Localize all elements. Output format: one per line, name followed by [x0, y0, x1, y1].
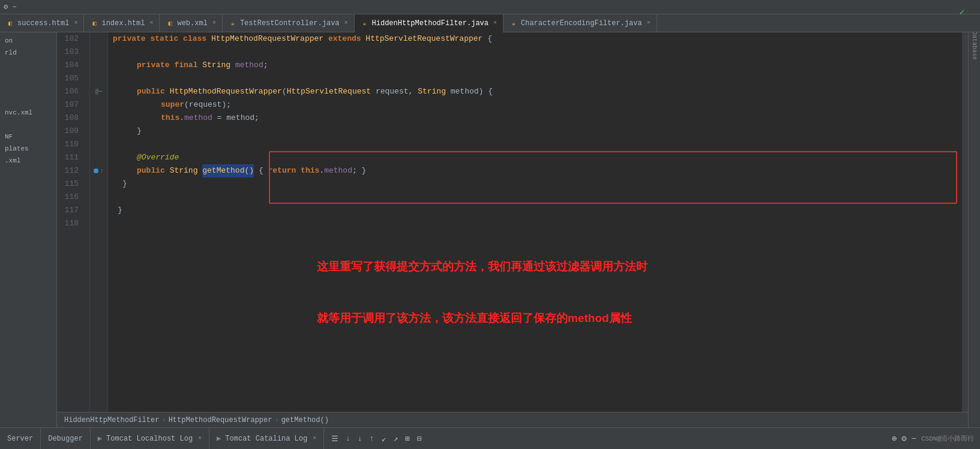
- html-file-icon: ◧: [90, 19, 98, 28]
- breadcrumb-part2[interactable]: HttpMethodRequestWrapper: [169, 416, 272, 424]
- code-line-111: @Override: [113, 151, 962, 164]
- bottom-icons-group: ☰ ↓ ↓ ↑ ↙ ↗ ⊞ ⊟: [329, 433, 424, 445]
- breadcrumb-part1[interactable]: HiddenHttpMethodFilter: [64, 416, 159, 424]
- code-line-117: }: [113, 204, 962, 217]
- list-icon[interactable]: ☰: [329, 433, 341, 445]
- download-icon[interactable]: ↓: [355, 433, 365, 444]
- code-line-109: }: [113, 125, 962, 138]
- tab-success[interactable]: ◧ success.html ×: [0, 14, 84, 32]
- code-line-104: private final String method;: [113, 59, 962, 72]
- annotation-line1: 这里重写了获得提交方式的方法，我们再通过该过滤器调用方法时: [317, 258, 648, 276]
- code-line-103: [113, 46, 962, 59]
- tomcat-catalina-icon: ▶: [217, 434, 221, 443]
- java-file-icon: ☕: [361, 19, 369, 28]
- bottom-tab-server[interactable]: Server: [0, 428, 41, 450]
- earth-icon: ⊕: [892, 433, 897, 444]
- tab-hiddenhttpfilter[interactable]: ☕ HiddenHttpMethodFilter.java ×: [355, 14, 504, 32]
- tab-close-icon[interactable]: ×: [149, 20, 153, 26]
- line-numbers: 102 103 104 105 106 107 108 109 110 111 …: [57, 32, 90, 412]
- tab-close-icon[interactable]: ×: [493, 20, 497, 26]
- code-line-102: private static class HttpMethodRequestWr…: [113, 32, 962, 46]
- sidebar-item-rld[interactable]: rld: [0, 47, 56, 59]
- code-line-118: 这里重写了获得提交方式的方法，我们再通过该过滤器调用方法时 就等用于调用了该方法…: [113, 224, 962, 361]
- code-line-106: public HttpMethodRequestWrapper(HttpServ…: [113, 85, 962, 98]
- right-panel: Database: [968, 32, 980, 427]
- minimize-icon-bottom[interactable]: −: [912, 434, 916, 444]
- tab-close-icon[interactable]: ×: [74, 20, 77, 26]
- tab-label: success.html: [17, 19, 69, 28]
- code-lines[interactable]: private static class HttpMethodRequestWr…: [108, 32, 962, 412]
- code-line-116: [113, 191, 962, 204]
- check-icon: ✓: [959, 6, 965, 18]
- right-panel-database[interactable]: Database: [970, 41, 979, 50]
- code-container[interactable]: 102 103 104 105 106 107 108 109 110 111 …: [57, 32, 968, 412]
- tab-close-icon[interactable]: ×: [344, 20, 348, 26]
- bottom-right-area: ⊕ ⚙ − CSDN@沿小路而行: [892, 433, 980, 444]
- sidebar: on rld nvc.xml NF plates .xml: [0, 32, 57, 427]
- tomcatcatalina-label: Tomcat Catalina Log: [225, 435, 307, 443]
- tab-index[interactable]: ◧ index.html ×: [84, 14, 160, 32]
- html-file-icon: ◧: [6, 19, 14, 28]
- arrow-up-icon: ↑: [100, 168, 103, 174]
- scrollbar[interactable]: [962, 32, 968, 412]
- code-line-112: public String getMethod() { return this.…: [113, 164, 962, 177]
- left-icon[interactable]: ↙: [379, 433, 389, 445]
- tab-close-icon[interactable]: ×: [647, 20, 651, 26]
- csdn-text: CSDN@沿小路而行: [921, 434, 974, 443]
- fold-icon[interactable]: −: [99, 89, 103, 95]
- minimize-icon[interactable]: −: [11, 2, 17, 13]
- tab-testrest[interactable]: ☕ TestRestController.java ×: [223, 14, 355, 32]
- sidebar-item-nvcxml[interactable]: nvc.xml: [0, 107, 56, 119]
- editor-area: 102 103 104 105 106 107 108 109 110 111 …: [57, 32, 968, 427]
- sidebar-item-xml[interactable]: .xml: [0, 155, 56, 167]
- debugger-label: Debugger: [48, 435, 83, 443]
- settings-icon[interactable]: ⚙: [2, 1, 9, 13]
- java-file-icon: ☕: [510, 19, 518, 28]
- breadcrumb-sep1: ›: [161, 416, 166, 424]
- tab-label: TestRestController.java: [240, 19, 340, 28]
- gutter-icons: @ − ↑: [90, 32, 108, 412]
- tab-label: CharacterEncodingFilter.java: [521, 19, 642, 28]
- sidebar-item-on[interactable]: on: [0, 35, 56, 47]
- sidebar-item-plates[interactable]: plates: [0, 143, 56, 155]
- breadcrumb-part3[interactable]: getMethod(): [281, 416, 329, 424]
- sidebar-item-NF[interactable]: NF: [0, 131, 56, 143]
- main-area: on rld nvc.xml NF plates .xml 102 103 10…: [0, 32, 980, 427]
- tomcatlocal-label: Tomcat Localhost Log: [106, 435, 193, 443]
- upload-icon[interactable]: ↑: [367, 433, 377, 444]
- tab-webxml[interactable]: ◧ web.xml ×: [160, 14, 222, 32]
- code-line-107: super(request);: [113, 98, 962, 112]
- annotation-line2: 就等用于调用了该方法，该方法直接返回了保存的method属性: [317, 310, 648, 327]
- breakpoint-icon[interactable]: [94, 168, 98, 173]
- tab-label: HiddenHttpMethodFilter.java: [372, 19, 488, 28]
- code-line-108: this.method = method;: [113, 112, 962, 125]
- java-file-icon: ☕: [229, 19, 237, 28]
- tab-bar: ◧ success.html × ◧ index.html × ◧ web.xm…: [0, 14, 980, 32]
- breadcrumb: HiddenHttpMethodFilter › HttpMethodReque…: [57, 412, 968, 427]
- code-line-110: [113, 138, 962, 151]
- code-line-115: }: [113, 177, 962, 191]
- xml-file-icon: ◧: [166, 19, 174, 28]
- expand-icon[interactable]: ⊟: [415, 433, 424, 445]
- right-icon[interactable]: ↗: [391, 433, 400, 445]
- bottom-tab-debugger[interactable]: Debugger: [41, 428, 91, 450]
- tomcatlocal-close[interactable]: ×: [198, 435, 202, 442]
- top-icons-bar: ⚙ −: [0, 0, 980, 14]
- grid-icon[interactable]: ⊞: [403, 433, 412, 445]
- tomcat-local-icon: ▶: [98, 434, 102, 443]
- server-label: Server: [7, 435, 33, 443]
- bottom-tab-tomcatlocal[interactable]: ▶ Tomcat Localhost Log ×: [91, 428, 209, 450]
- tomcatcatalina-close[interactable]: ×: [313, 435, 316, 442]
- pin-icon[interactable]: ↓: [343, 433, 353, 444]
- tab-charencodingfilter[interactable]: ☕ CharacterEncodingFilter.java ×: [504, 14, 657, 32]
- code-line-105: [113, 72, 962, 85]
- bottom-toolbar: Server Debugger ▶ Tomcat Localhost Log ×…: [0, 427, 980, 449]
- settings-icon-bottom[interactable]: ⚙: [901, 433, 906, 444]
- breadcrumb-sep2: ›: [274, 416, 278, 424]
- tab-label: index.html: [101, 19, 145, 28]
- annotation-text: 这里重写了获得提交方式的方法，我们再通过该过滤器调用方法时 就等用于调用了该方法…: [317, 224, 648, 361]
- bottom-tab-tomcatcatalina[interactable]: ▶ Tomcat Catalina Log ×: [209, 428, 324, 450]
- tab-label: web.xml: [177, 19, 207, 28]
- tab-close-icon[interactable]: ×: [212, 20, 216, 26]
